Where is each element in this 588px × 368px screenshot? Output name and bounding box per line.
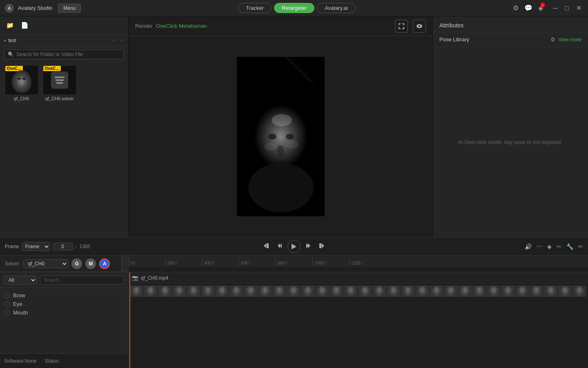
file-label-1: qf_CH0 xyxy=(14,96,29,101)
film-frame-4 xyxy=(172,285,186,297)
render-fullscreen-button[interactable] xyxy=(395,20,408,33)
svg-point-11 xyxy=(277,145,284,157)
folder-nav: ▪ test ‹ › xyxy=(0,35,128,46)
film-frame-22 xyxy=(430,285,443,297)
chat-icon[interactable]: 💬 xyxy=(524,4,532,12)
svg-point-4 xyxy=(419,25,420,27)
next-folder-arrow[interactable]: › xyxy=(119,36,124,44)
ruler-mark-600: 600 f xyxy=(239,258,276,266)
filter-select[interactable]: All xyxy=(4,276,37,285)
prev-frame-button[interactable] xyxy=(274,242,284,251)
film-frame-6 xyxy=(201,285,215,297)
status-label: Status: xyxy=(45,358,60,364)
track-timeline-area: 📷 qf_CH0.mp4 xyxy=(129,272,588,368)
frame-label: Frame xyxy=(5,244,19,249)
track-area: All ○ Brow ○ Eye ○ Mouth xyxy=(0,272,588,368)
award-icon[interactable]: ◈ 1 xyxy=(538,4,543,12)
blend-item-mouth[interactable]: ○ Mouth xyxy=(4,308,124,317)
svg-point-17 xyxy=(286,141,298,149)
film-frame-25 xyxy=(472,285,486,297)
file-toolbar-icon[interactable]: 📄 xyxy=(19,20,30,31)
pen-icon[interactable]: ✏ xyxy=(578,243,583,250)
attributes-title: Attributes xyxy=(439,22,463,29)
wave-icon[interactable]: 〰 xyxy=(537,243,542,250)
play-button[interactable] xyxy=(287,240,301,253)
film-frame-32 xyxy=(572,285,586,297)
bottom-left: All ○ Brow ○ Eye ○ Mouth xyxy=(0,272,129,368)
close-button[interactable]: ✕ xyxy=(575,4,583,12)
film-frame-13 xyxy=(301,285,315,297)
maximize-button[interactable]: □ xyxy=(563,4,570,12)
solver-select[interactable]: qf_CH0 xyxy=(23,259,68,268)
attributes-header: Attributes xyxy=(433,16,588,32)
playhead[interactable] xyxy=(129,272,130,368)
tool-icon[interactable]: 🔧 xyxy=(566,243,573,250)
svg-point-12 xyxy=(268,134,276,139)
render-view-button[interactable] xyxy=(413,20,426,33)
face-thumbnail xyxy=(12,70,31,93)
one-click-message: In One-click mode, key pose is not requi… xyxy=(433,47,588,237)
eye-label: Eye xyxy=(13,301,22,307)
prev-folder-arrow[interactable]: ‹ xyxy=(111,36,116,44)
svg-rect-2 xyxy=(56,82,63,84)
film-frame-21 xyxy=(415,285,429,297)
solver-edge xyxy=(121,256,129,272)
eye-expand-icon: ○ xyxy=(4,301,10,307)
brow-label: Brow xyxy=(13,292,25,298)
settings-icon[interactable]: ⚙ xyxy=(513,4,519,12)
solver-badge-m[interactable]: M xyxy=(85,258,96,269)
file-tag-2: OneC... xyxy=(43,66,61,71)
view-more-button[interactable]: View more xyxy=(559,37,581,43)
filter-search-input[interactable] xyxy=(40,276,124,285)
folder-toolbar-icon[interactable]: 📁 xyxy=(4,20,16,31)
film-frame-24 xyxy=(458,285,472,297)
ruler-mark-0: 0 f xyxy=(129,258,165,266)
solver-icon xyxy=(51,72,68,89)
blend-item-eye[interactable]: ○ Eye xyxy=(4,300,124,308)
ruler-mark-800: 800 f xyxy=(276,258,312,266)
folder-nav-icon: ▪ xyxy=(4,38,6,43)
ruler-mark-1000: 1000 f xyxy=(312,258,349,266)
jump-to-start-button[interactable] xyxy=(261,242,271,251)
svg-rect-19 xyxy=(267,243,269,248)
render-header: Render OneClick Metahuman xyxy=(129,16,432,36)
nav-tracker[interactable]: Tracker xyxy=(238,3,272,13)
minimize-button[interactable]: ─ xyxy=(551,4,559,12)
left-panel: 📁 📄 ▪ test ‹ › 🔍 OneC... qf_CH0 xyxy=(0,16,129,237)
titlebar-icons: ⚙ 💬 ◈ 1 xyxy=(513,4,543,12)
filter-row: All xyxy=(0,272,128,288)
menu-button[interactable]: Menu xyxy=(58,4,81,13)
nav-avatary[interactable]: Avatary.ai xyxy=(317,3,356,13)
file-thumb-solver: OneC... xyxy=(43,66,76,94)
software-status: Software:None xyxy=(4,358,36,364)
solver-row: Solver: qf_CH0 G M A xyxy=(0,256,129,272)
film-frame-16 xyxy=(344,285,358,297)
frame-type-select[interactable]: Frame xyxy=(22,242,50,251)
film-frame-19 xyxy=(387,285,401,297)
nav-retargeter[interactable]: Retargeter xyxy=(274,3,314,13)
brow-expand-icon: ○ xyxy=(4,293,10,298)
film-frame-30 xyxy=(544,285,558,297)
frame-total: 1365 xyxy=(79,244,90,249)
file-item-qf_ch0_solver[interactable]: OneC... qf_CH0.solver xyxy=(42,66,77,101)
svg-marker-21 xyxy=(280,243,282,248)
jump-to-end-button[interactable] xyxy=(317,242,327,251)
blend-item-brow[interactable]: ○ Brow xyxy=(4,291,124,300)
svg-marker-25 xyxy=(322,243,324,248)
next-frame-button[interactable] xyxy=(304,242,314,251)
render-label: Render xyxy=(135,23,153,29)
pose-library-label: Pose Library xyxy=(439,36,551,43)
audio-icon[interactable]: 🔊 xyxy=(525,243,532,250)
scissors-icon[interactable]: ✂ xyxy=(557,243,561,250)
film-frame-7 xyxy=(215,285,229,297)
solver-badge-g[interactable]: G xyxy=(71,258,82,269)
film-frame-11 xyxy=(272,285,286,297)
keyframe-icon[interactable]: ◆ xyxy=(547,243,552,250)
search-input[interactable] xyxy=(16,52,120,57)
file-item-qf_ch0[interactable]: OneC... qf_CH0 xyxy=(4,66,39,101)
solver-badge-a[interactable]: A xyxy=(99,258,110,269)
frame-input[interactable] xyxy=(53,242,73,251)
svg-point-14 xyxy=(275,161,286,166)
right-panel: Attributes Pose Library 0 View more In O… xyxy=(433,16,588,237)
film-frame-20 xyxy=(401,285,415,297)
